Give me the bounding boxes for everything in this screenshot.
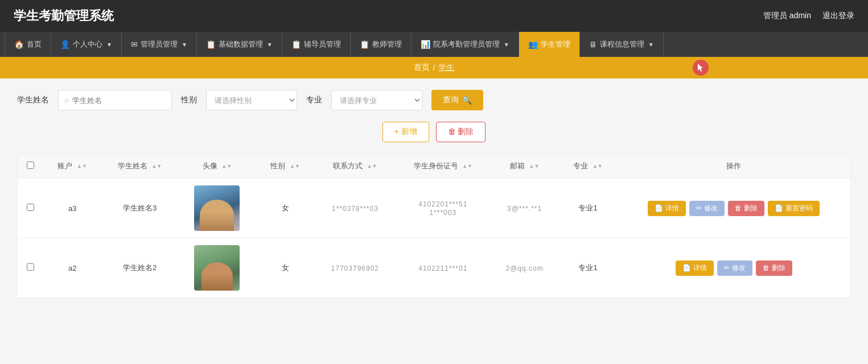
row2-op-buttons: 📄 详情 ✏ 修改 🗑 删除 [626, 260, 841, 276]
nav-label-basic: 基础数据管理 [219, 39, 263, 49]
row2-edit-button[interactable]: ✏ 修改 [717, 260, 752, 276]
student-name-input[interactable] [72, 96, 166, 105]
delete-label: 🗑 删除 [448, 127, 474, 137]
breadcrumb-home[interactable]: 首页 [414, 63, 430, 73]
sort-icon-gender[interactable]: ▲▼ [290, 164, 300, 169]
delete-label: 删除 [772, 263, 785, 273]
students-icon: 👥 [528, 40, 538, 49]
add-label: + 新增 [394, 127, 417, 137]
home-icon: 🏠 [14, 40, 24, 49]
nav-item-dept[interactable]: 📊 院系考勤管理员管理 ▼ [412, 32, 519, 57]
search-icon: ○ [64, 96, 69, 105]
breadcrumb-separator: / [433, 63, 435, 72]
gender-select[interactable]: 请选择性别 男 女 [206, 90, 297, 110]
batch-delete-button[interactable]: 🗑 删除 [436, 122, 486, 142]
student-table: 账户 ▲▼ 学生姓名 ▲▼ 头像 ▲▼ 性别 ▲▼ [17, 154, 851, 299]
header-name: 学生姓名 ▲▼ [101, 154, 178, 179]
sort-icon-name[interactable]: ▲▼ [151, 164, 162, 169]
row2-major: 专业1 [559, 238, 617, 298]
row1-major: 专业1 [559, 179, 617, 238]
chevron-down-icon: ▼ [106, 42, 112, 48]
row1-contact: 1**0378***03 [314, 179, 396, 238]
select-all-checkbox[interactable] [27, 162, 34, 169]
nav-label-home: 首页 [27, 39, 42, 49]
header-contact: 联系方式 ▲▼ [314, 154, 396, 179]
chevron-down-icon: ▼ [182, 42, 187, 48]
row2-name: 学生姓名2 [101, 238, 178, 298]
nav-item-admin-manage[interactable]: ✉ 管理员管理 ▼ [122, 32, 197, 57]
row2-id: 4102211***01 [396, 238, 490, 298]
edit-label: 修改 [704, 204, 718, 213]
sort-icon-email[interactable]: ▲▼ [529, 164, 540, 169]
breadcrumb-bar: 首页 / 学生 [0, 57, 868, 78]
nav-item-personal[interactable]: 👤 个人中心 ▼ [51, 32, 122, 57]
row1-email: 3@***.**1 [490, 179, 558, 238]
nav-label-course: 课程信息管理 [600, 39, 644, 49]
row1-edit-button[interactable]: ✏ 修改 [689, 201, 725, 216]
row1-name: 学生姓名3 [101, 179, 178, 238]
detail-label: 详情 [693, 263, 707, 273]
detail-icon: 📄 [682, 264, 691, 272]
reset-label: 重置密码 [785, 204, 813, 213]
sort-icon-major[interactable]: ▲▼ [593, 164, 603, 169]
row2-operations: 📄 详情 ✏ 修改 🗑 删除 [617, 238, 850, 298]
row1-op-buttons: 📄 详情 ✏ 修改 🗑 删除 [626, 201, 841, 216]
header-operation: 操作 [617, 154, 850, 179]
header-avatar: 头像 ▲▼ [178, 154, 256, 179]
main-content: 学生姓名 ○ 性别 请选择性别 男 女 专业 请选择专业 专业1 专业2 查询 … [0, 78, 868, 310]
row1-account: a3 [43, 179, 101, 238]
major-select[interactable]: 请选择专业 专业1 专业2 [331, 90, 422, 110]
nav-item-teacher[interactable]: 📋 教师管理 [351, 32, 412, 57]
row2-account: a2 [43, 238, 101, 298]
nav-label-counselor: 辅导员管理 [304, 39, 341, 49]
add-button[interactable]: + 新增 [382, 122, 429, 142]
app-title: 学生考勤管理系统 [14, 7, 114, 24]
detail-icon: 📄 [655, 204, 663, 212]
admin-label: 管理员 admin [763, 11, 811, 21]
sort-icon-contact[interactable]: ▲▼ [367, 164, 377, 169]
query-button[interactable]: 查询 🔍 [431, 90, 483, 110]
personal-icon: 👤 [60, 40, 70, 49]
nav-item-student[interactable]: 👥 学生管理 [519, 32, 580, 57]
chart-icon: 📊 [421, 40, 430, 49]
nav-item-counselor[interactable]: 📋 辅导员管理 [282, 32, 351, 57]
row2-checkbox[interactable] [27, 263, 34, 271]
cursor-pointer-icon [693, 60, 709, 76]
chevron-down-icon: ▼ [504, 42, 509, 48]
row2-detail-button[interactable]: 📄 详情 [676, 260, 714, 276]
row1-gender: 女 [256, 179, 314, 238]
nav-item-course[interactable]: 🖥 课程信息管理 ▼ [580, 32, 664, 57]
row2-email: 2@qq.com [490, 238, 558, 298]
nav-label-personal: 个人中心 [73, 39, 102, 49]
table-row: a2 学生姓名2 女 17703796902 4102211***01 [18, 238, 850, 298]
row1-operations: 📄 详情 ✏ 修改 🗑 删除 [617, 179, 850, 238]
nav-item-basic-data[interactable]: 📋 基础数据管理 ▼ [197, 32, 282, 57]
breadcrumb-current[interactable]: 学生 [438, 63, 454, 73]
header-id-number: 学生身份证号 ▲▼ [396, 154, 490, 179]
nav-item-home[interactable]: 🏠 首页 [5, 32, 51, 57]
header: 学生考勤管理系统 管理员 admin 退出登录 [0, 0, 868, 32]
chevron-down-icon: ▼ [267, 42, 273, 48]
delete-icon: 🗑 [735, 204, 742, 212]
row1-detail-button[interactable]: 📄 详情 [648, 201, 686, 216]
header-major: 专业 ▲▼ [559, 154, 617, 179]
reset-icon: 📄 [775, 204, 783, 212]
table-row: a3 学生姓名3 女 1**0378***03 4102201***51 1**… [18, 179, 850, 238]
row1-reset-pwd-button[interactable]: 📄 重置密码 [768, 201, 820, 216]
header-account: 账户 ▲▼ [43, 154, 101, 179]
row2-delete-button[interactable]: 🗑 删除 [756, 260, 792, 276]
list-icon: 📋 [206, 40, 216, 49]
sort-icon-id[interactable]: ▲▼ [462, 164, 472, 169]
header-email: 邮箱 ▲▼ [490, 154, 558, 179]
main-nav: 🏠 首页 👤 个人中心 ▼ ✉ 管理员管理 ▼ 📋 基础数据管理 ▼ 📋 辅导员… [0, 32, 868, 57]
row1-delete-button[interactable]: 🗑 删除 [728, 201, 764, 216]
teacher-icon: 📋 [360, 40, 369, 49]
header-gender: 性别 ▲▼ [256, 154, 314, 179]
sort-icon-account[interactable]: ▲▼ [77, 164, 87, 169]
chevron-down-icon: ▼ [648, 42, 654, 48]
header-checkbox-cell [18, 154, 43, 179]
sort-icon-avatar[interactable]: ▲▼ [221, 164, 232, 169]
row1-checkbox[interactable] [27, 204, 34, 211]
gender-label: 性别 [181, 95, 197, 105]
logout-button[interactable]: 退出登录 [822, 11, 854, 21]
